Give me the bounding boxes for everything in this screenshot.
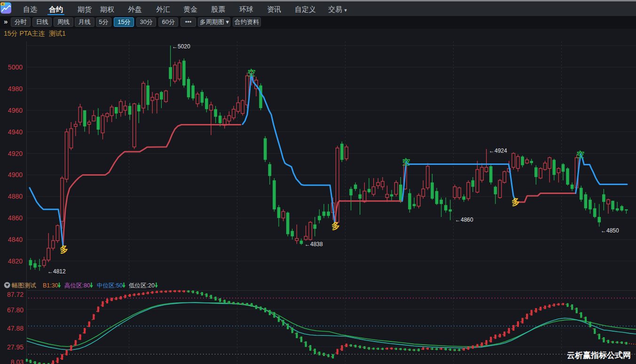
svg-text:4940: 4940 xyxy=(8,128,23,136)
svg-text:高位区:80: 高位区:80 xyxy=(64,282,90,289)
svg-text:云析赢指标公式网: 云析赢指标公式网 xyxy=(567,351,631,360)
svg-text:←4924: ←4924 xyxy=(489,147,507,154)
svg-text:4980: 4980 xyxy=(8,85,23,93)
svg-text:4960: 4960 xyxy=(8,107,23,114)
svg-text:5000: 5000 xyxy=(8,63,23,71)
svg-text:多: 多 xyxy=(59,244,69,255)
svg-text:←4850: ←4850 xyxy=(601,227,619,234)
svg-text:4820: 4820 xyxy=(8,257,23,265)
svg-text:←4860: ←4860 xyxy=(455,217,473,223)
svg-text:4920: 4920 xyxy=(8,150,23,157)
svg-text:空: 空 xyxy=(248,68,256,77)
svg-text:4860: 4860 xyxy=(8,214,23,222)
svg-text:4880: 4880 xyxy=(8,193,23,200)
svg-text:空: 空 xyxy=(402,157,410,167)
svg-text:低位区:20: 低位区:20 xyxy=(129,282,155,289)
svg-text:多: 多 xyxy=(511,197,521,207)
svg-text:←4838: ←4838 xyxy=(305,241,323,248)
svg-text:67.80: 67.80 xyxy=(7,306,24,314)
svg-text:←5020: ←5020 xyxy=(172,43,190,50)
svg-text:多: 多 xyxy=(331,221,341,231)
svg-text:8.03: 8.03 xyxy=(11,358,24,364)
svg-text:中位区:50: 中位区:50 xyxy=(97,282,123,289)
svg-text:87.72: 87.72 xyxy=(7,291,24,298)
svg-text:4900: 4900 xyxy=(8,171,23,178)
svg-text:27.95: 27.95 xyxy=(7,343,24,351)
svg-text:B1:30: B1:30 xyxy=(43,282,58,289)
svg-text:4840: 4840 xyxy=(8,236,23,243)
svg-text:47.88: 47.88 xyxy=(7,325,24,332)
svg-text:←4812: ←4812 xyxy=(47,268,66,275)
svg-text:幅图测试: 幅图测试 xyxy=(12,282,36,289)
svg-text:空: 空 xyxy=(576,150,584,159)
